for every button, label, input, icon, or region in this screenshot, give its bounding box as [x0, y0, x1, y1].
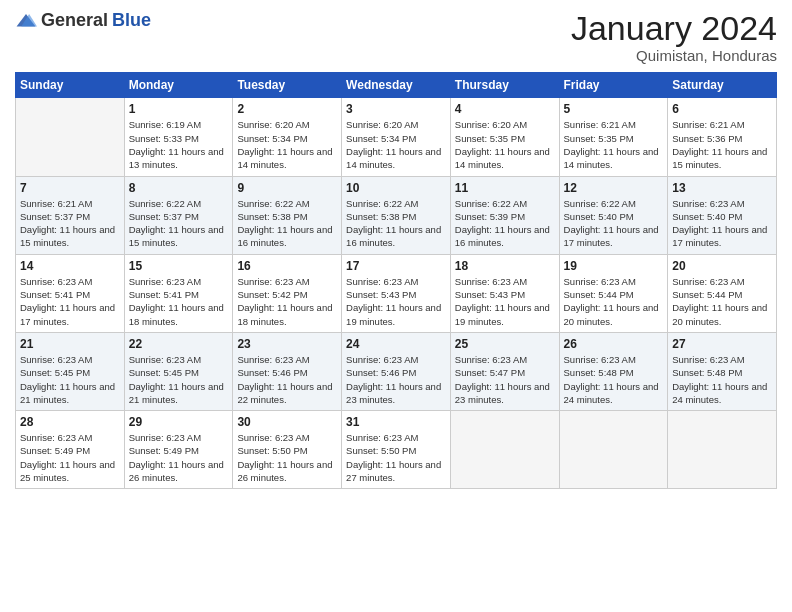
day-number: 19 — [564, 259, 664, 273]
header-friday: Friday — [559, 73, 668, 98]
header-thursday: Thursday — [450, 73, 559, 98]
table-row: 25Sunrise: 6:23 AMSunset: 5:47 PMDayligh… — [450, 332, 559, 410]
day-info: Sunrise: 6:19 AMSunset: 5:33 PMDaylight:… — [129, 118, 229, 171]
day-number: 22 — [129, 337, 229, 351]
day-number: 28 — [20, 415, 120, 429]
table-row: 19Sunrise: 6:23 AMSunset: 5:44 PMDayligh… — [559, 254, 668, 332]
table-row: 10Sunrise: 6:22 AMSunset: 5:38 PMDayligh… — [342, 176, 451, 254]
calendar-table: Sunday Monday Tuesday Wednesday Thursday… — [15, 72, 777, 489]
day-info: Sunrise: 6:23 AMSunset: 5:44 PMDaylight:… — [564, 275, 664, 328]
table-row: 21Sunrise: 6:23 AMSunset: 5:45 PMDayligh… — [16, 332, 125, 410]
table-row: 26Sunrise: 6:23 AMSunset: 5:48 PMDayligh… — [559, 332, 668, 410]
table-row: 13Sunrise: 6:23 AMSunset: 5:40 PMDayligh… — [668, 176, 777, 254]
day-info: Sunrise: 6:23 AMSunset: 5:46 PMDaylight:… — [346, 353, 446, 406]
table-row: 18Sunrise: 6:23 AMSunset: 5:43 PMDayligh… — [450, 254, 559, 332]
table-row: 6Sunrise: 6:21 AMSunset: 5:36 PMDaylight… — [668, 98, 777, 176]
table-row: 14Sunrise: 6:23 AMSunset: 5:41 PMDayligh… — [16, 254, 125, 332]
day-number: 29 — [129, 415, 229, 429]
table-row — [16, 98, 125, 176]
day-info: Sunrise: 6:23 AMSunset: 5:48 PMDaylight:… — [564, 353, 664, 406]
day-number: 8 — [129, 181, 229, 195]
table-row: 29Sunrise: 6:23 AMSunset: 5:49 PMDayligh… — [124, 411, 233, 489]
table-row: 22Sunrise: 6:23 AMSunset: 5:45 PMDayligh… — [124, 332, 233, 410]
day-number: 31 — [346, 415, 446, 429]
day-info: Sunrise: 6:21 AMSunset: 5:36 PMDaylight:… — [672, 118, 772, 171]
table-row: 11Sunrise: 6:22 AMSunset: 5:39 PMDayligh… — [450, 176, 559, 254]
table-row: 16Sunrise: 6:23 AMSunset: 5:42 PMDayligh… — [233, 254, 342, 332]
table-row: 31Sunrise: 6:23 AMSunset: 5:50 PMDayligh… — [342, 411, 451, 489]
location-title: Quimistan, Honduras — [571, 47, 777, 64]
day-number: 2 — [237, 102, 337, 116]
day-info: Sunrise: 6:23 AMSunset: 5:47 PMDaylight:… — [455, 353, 555, 406]
day-info: Sunrise: 6:22 AMSunset: 5:39 PMDaylight:… — [455, 197, 555, 250]
day-info: Sunrise: 6:22 AMSunset: 5:40 PMDaylight:… — [564, 197, 664, 250]
month-title: January 2024 — [571, 10, 777, 47]
day-info: Sunrise: 6:23 AMSunset: 5:45 PMDaylight:… — [20, 353, 120, 406]
header: GeneralBlue January 2024 Quimistan, Hond… — [15, 10, 777, 64]
day-number: 11 — [455, 181, 555, 195]
day-info: Sunrise: 6:23 AMSunset: 5:46 PMDaylight:… — [237, 353, 337, 406]
header-sunday: Sunday — [16, 73, 125, 98]
day-info: Sunrise: 6:21 AMSunset: 5:37 PMDaylight:… — [20, 197, 120, 250]
day-number: 4 — [455, 102, 555, 116]
day-info: Sunrise: 6:20 AMSunset: 5:34 PMDaylight:… — [237, 118, 337, 171]
day-number: 1 — [129, 102, 229, 116]
table-row: 8Sunrise: 6:22 AMSunset: 5:37 PMDaylight… — [124, 176, 233, 254]
day-number: 14 — [20, 259, 120, 273]
table-row — [559, 411, 668, 489]
table-row: 5Sunrise: 6:21 AMSunset: 5:35 PMDaylight… — [559, 98, 668, 176]
day-number: 15 — [129, 259, 229, 273]
calendar-week-row: 1Sunrise: 6:19 AMSunset: 5:33 PMDaylight… — [16, 98, 777, 176]
day-info: Sunrise: 6:23 AMSunset: 5:50 PMDaylight:… — [237, 431, 337, 484]
day-info: Sunrise: 6:23 AMSunset: 5:44 PMDaylight:… — [672, 275, 772, 328]
table-row — [668, 411, 777, 489]
table-row: 15Sunrise: 6:23 AMSunset: 5:41 PMDayligh… — [124, 254, 233, 332]
day-number: 27 — [672, 337, 772, 351]
table-row: 23Sunrise: 6:23 AMSunset: 5:46 PMDayligh… — [233, 332, 342, 410]
table-row: 7Sunrise: 6:21 AMSunset: 5:37 PMDaylight… — [16, 176, 125, 254]
header-tuesday: Tuesday — [233, 73, 342, 98]
logo-text-blue: Blue — [112, 10, 151, 31]
calendar-week-row: 28Sunrise: 6:23 AMSunset: 5:49 PMDayligh… — [16, 411, 777, 489]
day-number: 25 — [455, 337, 555, 351]
day-info: Sunrise: 6:21 AMSunset: 5:35 PMDaylight:… — [564, 118, 664, 171]
table-row: 20Sunrise: 6:23 AMSunset: 5:44 PMDayligh… — [668, 254, 777, 332]
day-info: Sunrise: 6:23 AMSunset: 5:41 PMDaylight:… — [20, 275, 120, 328]
calendar-week-row: 7Sunrise: 6:21 AMSunset: 5:37 PMDaylight… — [16, 176, 777, 254]
day-info: Sunrise: 6:23 AMSunset: 5:42 PMDaylight:… — [237, 275, 337, 328]
day-number: 5 — [564, 102, 664, 116]
day-info: Sunrise: 6:23 AMSunset: 5:49 PMDaylight:… — [129, 431, 229, 484]
day-number: 16 — [237, 259, 337, 273]
logo-icon — [15, 12, 37, 30]
day-info: Sunrise: 6:23 AMSunset: 5:40 PMDaylight:… — [672, 197, 772, 250]
day-number: 23 — [237, 337, 337, 351]
weekday-header-row: Sunday Monday Tuesday Wednesday Thursday… — [16, 73, 777, 98]
table-row: 12Sunrise: 6:22 AMSunset: 5:40 PMDayligh… — [559, 176, 668, 254]
table-row: 28Sunrise: 6:23 AMSunset: 5:49 PMDayligh… — [16, 411, 125, 489]
table-row — [450, 411, 559, 489]
day-number: 6 — [672, 102, 772, 116]
day-number: 3 — [346, 102, 446, 116]
table-row: 27Sunrise: 6:23 AMSunset: 5:48 PMDayligh… — [668, 332, 777, 410]
day-number: 18 — [455, 259, 555, 273]
day-number: 26 — [564, 337, 664, 351]
day-info: Sunrise: 6:23 AMSunset: 5:43 PMDaylight:… — [346, 275, 446, 328]
day-info: Sunrise: 6:23 AMSunset: 5:50 PMDaylight:… — [346, 431, 446, 484]
day-info: Sunrise: 6:23 AMSunset: 5:45 PMDaylight:… — [129, 353, 229, 406]
day-number: 17 — [346, 259, 446, 273]
table-row: 17Sunrise: 6:23 AMSunset: 5:43 PMDayligh… — [342, 254, 451, 332]
day-number: 12 — [564, 181, 664, 195]
day-number: 20 — [672, 259, 772, 273]
table-row: 4Sunrise: 6:20 AMSunset: 5:35 PMDaylight… — [450, 98, 559, 176]
header-monday: Monday — [124, 73, 233, 98]
table-row: 2Sunrise: 6:20 AMSunset: 5:34 PMDaylight… — [233, 98, 342, 176]
table-row: 24Sunrise: 6:23 AMSunset: 5:46 PMDayligh… — [342, 332, 451, 410]
day-number: 9 — [237, 181, 337, 195]
day-info: Sunrise: 6:23 AMSunset: 5:49 PMDaylight:… — [20, 431, 120, 484]
day-info: Sunrise: 6:23 AMSunset: 5:43 PMDaylight:… — [455, 275, 555, 328]
day-info: Sunrise: 6:23 AMSunset: 5:48 PMDaylight:… — [672, 353, 772, 406]
day-info: Sunrise: 6:22 AMSunset: 5:37 PMDaylight:… — [129, 197, 229, 250]
day-number: 13 — [672, 181, 772, 195]
table-row: 30Sunrise: 6:23 AMSunset: 5:50 PMDayligh… — [233, 411, 342, 489]
calendar-week-row: 14Sunrise: 6:23 AMSunset: 5:41 PMDayligh… — [16, 254, 777, 332]
